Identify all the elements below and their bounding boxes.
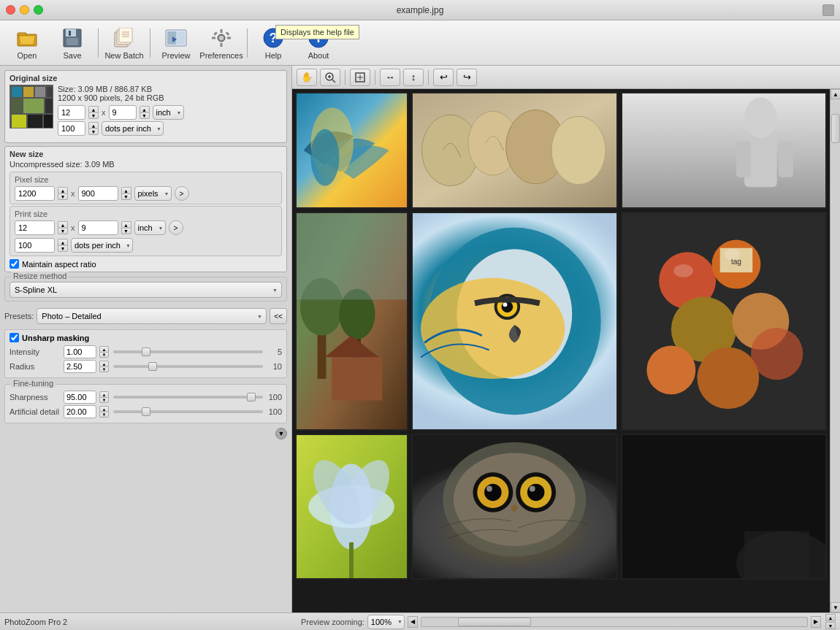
original-unit-select[interactable]: inch cm mm (153, 105, 184, 120)
close-button[interactable] (6, 5, 15, 15)
print-unit-select[interactable]: inch cm mm (134, 220, 166, 235)
pixel-width-down[interactable]: ▼ (58, 193, 68, 200)
corner-down-btn[interactable]: ▼ (825, 622, 836, 629)
original-dpi-stepper[interactable]: ▲ ▼ (88, 122, 99, 135)
original-dpi-down[interactable]: ▼ (88, 128, 99, 135)
print-width-input[interactable] (15, 220, 55, 235)
maintain-aspect-checkbox[interactable] (9, 259, 19, 269)
scroll-up-btn[interactable]: ▲ (831, 89, 840, 99)
original-width-up[interactable]: ▲ (88, 106, 99, 112)
art-detail-down[interactable]: ▼ (99, 412, 109, 418)
presets-collapse-btn[interactable]: << (270, 308, 287, 324)
sharpness-slider[interactable] (113, 396, 263, 399)
h-scroll-right-btn[interactable]: ▶ (811, 616, 821, 628)
sharpness-down[interactable]: ▼ (99, 397, 109, 403)
intensity-up[interactable]: ▲ (99, 346, 109, 352)
pixel-unit-select[interactable]: pixels % (134, 186, 172, 201)
pixel-height-down[interactable]: ▼ (121, 193, 131, 200)
scroll-down-btn[interactable]: ▼ (275, 428, 287, 439)
original-height-up[interactable]: ▲ (140, 106, 150, 112)
radius-down[interactable]: ▼ (99, 366, 109, 372)
h-scroll-left-btn[interactable]: ◀ (408, 616, 418, 628)
radius-input[interactable] (64, 360, 96, 373)
print-width-down[interactable]: ▼ (58, 228, 68, 234)
x-sep-print: x (71, 223, 75, 232)
radius-stepper[interactable]: ▲ ▼ (99, 361, 109, 372)
art-detail-input[interactable] (64, 405, 96, 418)
original-dpi-unit-select[interactable]: dots per inch dots per cm (102, 121, 164, 136)
zoom-tool-btn[interactable] (320, 69, 340, 86)
unsharp-checkbox[interactable] (9, 333, 19, 342)
sharpness-slider-container (112, 392, 264, 402)
print-height-input[interactable] (78, 220, 118, 235)
intensity-down[interactable]: ▼ (99, 352, 109, 358)
radius-slider[interactable] (113, 365, 263, 368)
original-width-input[interactable] (58, 105, 85, 120)
maximize-button[interactable] (34, 5, 43, 15)
preview-button[interactable]: Preview (155, 23, 197, 63)
print-dpi-unit-select[interactable]: dots per inch dots per cm (71, 238, 133, 253)
original-height-down[interactable]: ▼ (140, 112, 150, 119)
radius-up[interactable]: ▲ (99, 361, 109, 366)
toolbar-sep-2 (150, 28, 150, 58)
pixel-width-up[interactable]: ▲ (58, 187, 68, 193)
print-height-down[interactable]: ▼ (121, 228, 131, 234)
resize-button[interactable] (822, 4, 834, 16)
print-dpi-up[interactable]: ▲ (58, 239, 68, 245)
open-label: Open (18, 51, 37, 60)
save-button[interactable]: Save (51, 23, 93, 63)
print-width-up[interactable]: ▲ (58, 221, 68, 228)
scroll-down-btn-right[interactable]: ▼ (831, 602, 840, 612)
minimize-button[interactable] (20, 5, 29, 15)
intensity-stepper[interactable]: ▲ ▼ (99, 346, 109, 358)
v-flip-btn[interactable]: ↕ (403, 69, 424, 86)
print-unit-wrapper: inch cm mm (134, 220, 166, 235)
help-button[interactable]: ? Help Displays the help file (252, 23, 294, 63)
resize-method-select[interactable]: S-Spline XL S-Spline Bicubic Bilinear (9, 282, 282, 298)
presets-select[interactable]: Photo – Detailed Photo – Smooth Illustra… (37, 308, 267, 324)
hand-tool-btn[interactable]: ✋ (297, 69, 317, 86)
pixel-width-stepper[interactable]: ▲ ▼ (58, 187, 68, 200)
print-dpi-down[interactable]: ▼ (58, 245, 68, 252)
h-scrollbar[interactable] (421, 617, 808, 627)
window-controls[interactable] (6, 5, 43, 15)
print-height-up[interactable]: ▲ (121, 221, 131, 228)
open-button[interactable]: Open (6, 23, 48, 63)
pixel-height-input[interactable] (78, 186, 118, 201)
print-height-stepper[interactable]: ▲ ▼ (121, 221, 131, 234)
original-dpi-input[interactable] (58, 121, 85, 136)
scroll-thumb[interactable] (831, 114, 840, 143)
intensity-slider[interactable] (113, 350, 263, 353)
original-height-input[interactable] (109, 105, 137, 120)
rotate-left-btn[interactable]: ↩ (433, 69, 454, 86)
print-dpi-input[interactable] (15, 238, 55, 253)
sharpness-up[interactable]: ▲ (99, 391, 109, 397)
title-bar: example.jpg (0, 0, 840, 20)
print-arrow-btn[interactable]: > (169, 220, 183, 235)
original-width-stepper[interactable]: ▲ ▼ (88, 106, 99, 119)
new-batch-button[interactable]: New Batch (103, 23, 145, 63)
corner-up-btn[interactable]: ▲ (825, 614, 836, 621)
art-detail-up[interactable]: ▲ (99, 406, 109, 412)
fit-tool-btn[interactable] (350, 69, 370, 86)
scroll-track[interactable] (831, 99, 840, 602)
original-width-down[interactable]: ▼ (88, 112, 99, 119)
sharpness-stepper[interactable]: ▲ ▼ (99, 391, 109, 403)
pixel-height-up[interactable]: ▲ (121, 187, 131, 193)
intensity-input[interactable] (64, 345, 96, 358)
zoom-select[interactable]: 100% 50% 200% Fit (367, 615, 405, 629)
original-height-stepper[interactable]: ▲ ▼ (140, 106, 150, 119)
print-dpi-stepper[interactable]: ▲ ▼ (58, 239, 68, 252)
pixel-arrow-btn[interactable]: > (175, 186, 189, 201)
preferences-button[interactable]: Preferences (200, 23, 243, 63)
pixel-height-stepper[interactable]: ▲ ▼ (121, 187, 131, 200)
pixel-width-input[interactable] (15, 186, 55, 201)
h-flip-btn[interactable]: ↔ (380, 69, 400, 86)
h-scroll-thumb[interactable] (458, 618, 531, 626)
original-dpi-up[interactable]: ▲ (88, 122, 99, 128)
print-width-stepper[interactable]: ▲ ▼ (58, 221, 68, 234)
sharpness-input[interactable] (64, 391, 96, 404)
art-detail-stepper[interactable]: ▲ ▼ (99, 406, 109, 418)
rotate-right-btn[interactable]: ↪ (457, 69, 477, 86)
art-detail-slider[interactable] (113, 410, 263, 413)
